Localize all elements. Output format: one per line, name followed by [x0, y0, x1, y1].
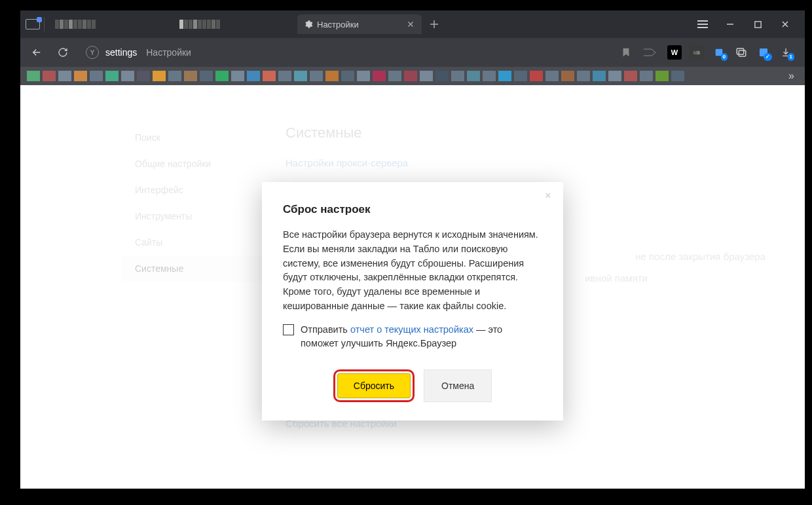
bookmark-item[interactable] [90, 71, 103, 81]
cancel-button[interactable]: Отмена [424, 369, 492, 402]
tab-label: Настройки [317, 20, 359, 29]
bookmark-item[interactable] [671, 71, 684, 81]
bookmarks-bar: » [20, 67, 805, 85]
bookmark-item[interactable] [435, 71, 449, 81]
bookmark-item[interactable] [388, 71, 401, 81]
address-title: Настройки [146, 47, 191, 58]
blurred-content [55, 20, 96, 29]
address-bar[interactable]: Y settings Настройки [79, 42, 637, 63]
bookmark-item[interactable] [640, 71, 653, 81]
bookmark-item[interactable] [341, 71, 354, 81]
bookmark-item[interactable] [105, 71, 119, 81]
bookmark-item[interactable] [231, 71, 244, 81]
translate-icon[interactable]: ✓ [756, 45, 771, 60]
bookmark-item[interactable] [153, 71, 166, 81]
downloads-icon[interactable]: 1 [779, 45, 793, 60]
new-tab-button[interactable] [426, 16, 443, 33]
bookmark-item[interactable] [294, 71, 307, 81]
close-window-button[interactable] [776, 15, 794, 33]
maximize-button[interactable] [748, 15, 767, 33]
address-path: settings [105, 47, 137, 58]
dialog-body: Все настройки браузера вернутся к исходн… [283, 228, 542, 314]
ublock-extension-icon[interactable]: uʙ [690, 45, 704, 60]
report-details-link[interactable]: отчет о текущих настройках [350, 324, 473, 335]
menu-button[interactable] [693, 15, 712, 33]
bookmark-item[interactable] [278, 71, 291, 81]
gear-icon [304, 20, 313, 29]
svg-rect-0 [754, 21, 760, 27]
bookmark-item[interactable] [74, 71, 87, 81]
close-dialog-button[interactable]: × [542, 190, 554, 202]
checkbox-label: Отправить отчет о текущих настройках — э… [301, 323, 542, 352]
bookmark-item[interactable] [514, 71, 527, 81]
bookmark-item[interactable] [27, 71, 40, 81]
extension-badge-icon[interactable]: 0 [712, 45, 726, 60]
bookmark-item[interactable] [58, 71, 71, 81]
tabs-overview-button[interactable] [26, 19, 40, 29]
svg-rect-2 [737, 48, 744, 54]
bookmark-item[interactable] [325, 71, 339, 81]
browser-tab-settings[interactable]: Настройки [297, 14, 422, 34]
bookmark-item[interactable] [545, 71, 559, 81]
dialog-title: Сброс настроек [283, 203, 542, 216]
bookmark-item[interactable] [310, 71, 323, 81]
bookmark-item[interactable] [121, 71, 134, 81]
bookmark-item[interactable] [247, 71, 260, 81]
bookmark-item[interactable] [593, 71, 606, 81]
browser-tab-1[interactable] [48, 14, 173, 34]
site-info-icon[interactable]: Y [86, 46, 99, 59]
browser-tab-2[interactable] [173, 14, 297, 34]
bookmarks-overflow-button[interactable]: » [784, 70, 798, 82]
bookmark-item[interactable] [608, 71, 621, 81]
bookmark-item[interactable] [357, 71, 370, 81]
bookmark-item[interactable] [451, 71, 464, 81]
reset-settings-dialog: × Сброс настроек Все настройки браузера … [262, 182, 563, 421]
vk-extension-icon[interactable]: W [667, 45, 682, 60]
bookmark-item[interactable] [577, 71, 590, 81]
bookmark-item[interactable] [263, 71, 276, 81]
send-report-checkbox[interactable] [283, 324, 294, 335]
tablo-icon[interactable] [644, 48, 655, 57]
close-tab-button[interactable] [406, 20, 415, 29]
bookmark-item[interactable] [483, 71, 496, 81]
bookmark-item[interactable] [467, 71, 480, 81]
bookmark-item[interactable] [200, 71, 213, 81]
bookmark-item[interactable] [420, 71, 433, 81]
bookmark-item[interactable] [655, 71, 669, 81]
reset-button[interactable]: Сбросить [337, 373, 411, 398]
bookmark-item[interactable] [184, 71, 197, 81]
bookmark-item[interactable] [373, 71, 386, 81]
blurred-content [179, 20, 220, 29]
bookmark-item[interactable] [624, 71, 637, 81]
bookmark-item[interactable] [43, 71, 56, 81]
svg-rect-3 [739, 50, 746, 56]
separator [44, 17, 45, 31]
bookmark-item[interactable] [498, 71, 511, 81]
bookmark-icon[interactable] [621, 47, 631, 58]
feedback-icon[interactable] [734, 45, 748, 60]
bookmark-item[interactable] [137, 71, 150, 81]
reload-button[interactable] [53, 43, 73, 62]
back-button[interactable] [27, 43, 46, 62]
bookmark-item[interactable] [561, 71, 574, 81]
bookmark-item[interactable] [530, 71, 543, 81]
bookmark-item[interactable] [168, 71, 181, 81]
bookmark-item[interactable] [404, 71, 417, 81]
minimize-button[interactable] [721, 15, 739, 33]
modal-overlay: × Сброс настроек Все настройки браузера … [20, 85, 805, 489]
bookmark-item[interactable] [215, 71, 229, 81]
